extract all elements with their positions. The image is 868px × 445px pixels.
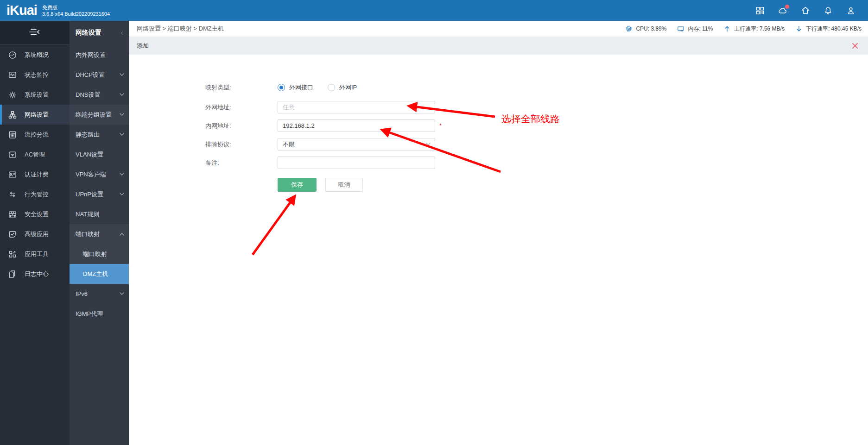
status-text: 内存: 11% (688, 25, 713, 33)
panel-header: 添加 (129, 37, 868, 55)
network-icon (8, 110, 17, 119)
sidebar-item-状态监控[interactable]: 状态监控 (0, 65, 70, 85)
remark-input[interactable] (278, 157, 435, 169)
menu-item-label: IPv6 (76, 290, 88, 297)
edition-label: 免费版 (42, 4, 110, 11)
remark-label: 备注: (205, 159, 278, 167)
wifi-icon (8, 150, 17, 159)
radio-option-外网IP[interactable]: 外网IP (328, 83, 357, 92)
chevron-left-icon[interactable] (120, 31, 124, 35)
sidebar-item-系统设置[interactable]: 系统设置 (0, 85, 70, 105)
dmz-form: 映射类型: 外网接口外网IP 外网地址: 内网地址: * 排除协议: 不限 (129, 55, 868, 192)
tools-icon (8, 250, 17, 259)
primary-sidebar: 系统概况状态监控系统设置网络设置流控分流AC管理认证计费行为管控安全设置高级应用… (0, 21, 70, 445)
remark-row: 备注: (205, 157, 868, 169)
sidebar-item-日志中心[interactable]: 日志中心 (0, 264, 70, 284)
menu-item-DHCP设置[interactable]: DHCP设置 (70, 65, 129, 85)
save-button[interactable]: 保存 (278, 178, 317, 192)
firewall-icon (8, 210, 17, 219)
chevron-up-icon (120, 232, 124, 236)
menu-item-label: DHCP设置 (76, 71, 105, 79)
status-arrow-up: 上行速率: 7.56 MB/s (723, 25, 785, 33)
user-icon[interactable] (846, 6, 856, 16)
menu-item-label: 终端分组设置 (76, 111, 112, 119)
menu-item-IGMP代理[interactable]: IGMP代理 (70, 304, 129, 324)
sidebar-item-label: 高级应用 (25, 230, 49, 238)
status-cpu: CPU: 3.89% (625, 25, 666, 33)
home-icon[interactable] (800, 6, 811, 16)
sidebar-item-网络设置[interactable]: 网络设置 (0, 105, 70, 125)
bell-icon[interactable] (823, 6, 833, 16)
radio-option-label: 外网IP (339, 83, 357, 92)
menu-item-label: NAT规则 (76, 210, 99, 219)
cloud-icon[interactable] (778, 6, 788, 16)
menu-item-NAT规则[interactable]: NAT规则 (70, 204, 129, 224)
ikuai-logo: iKuai (6, 3, 37, 18)
exclude-protocol-row: 排除协议: 不限 (205, 138, 868, 150)
radio-option-外网接口[interactable]: 外网接口 (278, 83, 313, 92)
breadcrumb-bar: 网络设置 > 端口映射 > DMZ主机 CPU: 3.89%内存: 11%上行速… (129, 21, 868, 37)
status-memory: 内存: 11% (677, 25, 713, 33)
chevron-down-icon (120, 292, 124, 295)
sidebar-item-label: 安全设置 (25, 210, 49, 219)
sidebar-item-label: 日志中心 (25, 270, 49, 278)
menu-item-label: 内外网设置 (76, 51, 106, 59)
sidebar-item-高级应用[interactable]: 高级应用 (0, 224, 70, 244)
arrow-down-icon (795, 25, 803, 33)
menu-item-label: VLAN设置 (76, 150, 103, 159)
arrow-up-icon (723, 25, 731, 33)
wan-address-input[interactable] (278, 101, 435, 113)
secondary-sidebar-header: 网络设置 (70, 21, 129, 45)
sidebar-item-认证计费[interactable]: 认证计费 (0, 164, 70, 184)
menu-item-静态路由[interactable]: 静态路由 (70, 125, 129, 144)
sidebar-item-系统概况[interactable]: 系统概况 (0, 45, 70, 65)
menu-item-label: 端口映射 (76, 230, 100, 238)
secondary-nav-list: 内外网设置DHCP设置DNS设置终端分组设置静态路由VLAN设置VPN客户端UP… (70, 45, 129, 324)
submenu-item-端口映射[interactable]: 端口映射 (70, 244, 129, 264)
chevron-down-icon (120, 173, 124, 176)
wan-address-label: 外网地址: (205, 103, 278, 112)
sidebar-item-AC管理[interactable]: AC管理 (0, 144, 70, 164)
mapping-type-options: 外网接口外网IP (278, 83, 371, 92)
menu-item-VPN客户端[interactable]: VPN客户端 (70, 164, 129, 184)
menu-item-端口映射[interactable]: 端口映射 (70, 224, 129, 244)
status-text: 上行速率: 7.56 MB/s (734, 25, 785, 33)
status-text: CPU: 3.89% (636, 25, 666, 32)
swap-arrows-icon (8, 190, 17, 199)
sidebar-item-label: AC管理 (25, 150, 45, 159)
secondary-nav-title: 网络设置 (76, 29, 101, 37)
chevron-down-icon (120, 73, 124, 76)
mapping-type-row: 映射类型: 外网接口外网IP (205, 81, 868, 94)
menu-item-IPv6[interactable]: IPv6 (70, 284, 129, 304)
sidebar-item-行为管控[interactable]: 行为管控 (0, 184, 70, 204)
apps-grid-icon[interactable] (755, 6, 765, 16)
menu-item-内外网设置[interactable]: 内外网设置 (70, 45, 129, 65)
status-bar: CPU: 3.89%内存: 11%上行速率: 7.56 MB/s下行速率: 48… (625, 25, 862, 33)
collapse-menu-button[interactable] (0, 21, 70, 45)
chevron-down-icon (120, 113, 124, 116)
panel-title: 添加 (137, 42, 149, 50)
menu-item-label: DNS设置 (76, 91, 100, 99)
menu-item-VLAN设置[interactable]: VLAN设置 (70, 144, 129, 164)
sidebar-item-应用工具[interactable]: 应用工具 (0, 244, 70, 264)
menu-item-终端分组设置[interactable]: 终端分组设置 (70, 105, 129, 125)
sidebar-item-label: 行为管控 (25, 190, 49, 199)
radio-selected-icon[interactable] (278, 84, 285, 91)
sidebar-item-流控分流[interactable]: 流控分流 (0, 125, 70, 144)
lan-address-input[interactable] (278, 119, 435, 132)
close-icon[interactable] (852, 43, 858, 49)
traffic-icon (8, 130, 17, 139)
menu-item-DNS设置[interactable]: DNS设置 (70, 85, 129, 105)
exclude-protocol-select[interactable]: 不限 (278, 138, 435, 150)
topbar-icons (755, 6, 856, 16)
exclude-protocol-label: 排除协议: (205, 140, 278, 149)
lan-address-label: 内网地址: (205, 122, 278, 130)
sidebar-item-安全设置[interactable]: 安全设置 (0, 204, 70, 224)
id-card-icon (8, 170, 17, 179)
menu-item-UPnP设置[interactable]: UPnP设置 (70, 184, 129, 204)
submenu-item-DMZ主机[interactable]: DMZ主机 (70, 264, 129, 284)
cancel-button[interactable]: 取消 (325, 178, 363, 192)
secondary-sidebar: 网络设置 内外网设置DHCP设置DNS设置终端分组设置静态路由VLAN设置VPN… (70, 21, 129, 445)
radio-unselected-icon[interactable] (328, 84, 335, 91)
chevron-down-icon (426, 143, 431, 146)
